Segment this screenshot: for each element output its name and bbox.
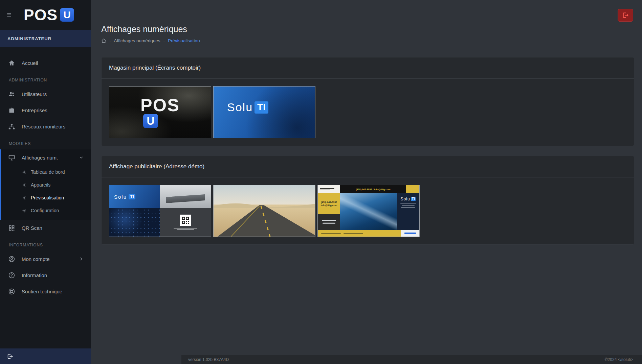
collage-soluti-panel: Solu TI [109,185,160,208]
ad-logo-block [318,185,340,193]
sidebar-item-label: Utilisateurs [22,91,47,97]
support-lifebuoy-icon [8,288,15,295]
caption-bar [177,229,194,230]
sidebar-item-label: Accueil [22,60,38,66]
sidebar-item-utilisateurs[interactable]: Utilisateurs [0,86,91,102]
ad-bottom-logo-block [401,230,419,237]
ad-phone-text: (418) 647-3952 [321,201,337,203]
breadcrumb-level-2[interactable]: Prévisualisation [168,38,200,43]
module-group-affichages: Affichages num. Tableau de bord Appar [0,149,91,220]
soluti-logo-text: Solu [227,101,253,114]
sidebar-logo-row: POS U [0,0,91,30]
submenu-item-previsualisation[interactable]: Prévisualisation [1,191,91,204]
section-header-modules: MODULES [0,135,91,149]
briefcase-icon [8,107,15,114]
ad-bottom-row [318,230,419,237]
section-header-administration: ADMINISTRATION [0,71,91,86]
logo-bar [320,188,334,189]
sidebar-item-mon-compte[interactable]: Mon compte [0,251,91,267]
ad-ocean-photo [340,193,397,230]
sidebar-item-qr-scan[interactable]: QR Scan [0,220,91,236]
ad-soluti-brand: Solu TI [401,197,416,201]
monitor-icon [8,154,15,161]
preview-thumb-ad-layout[interactable]: (418) 647-3952 / info@ltilg.com (418) 64… [317,185,420,237]
sidebar-item-label: Réseaux moniteurs [22,124,65,129]
ad-right-column: Solu TI [397,193,419,230]
gear-icon [22,183,26,187]
sidebar-item-soutien-technique[interactable]: Soutien technique [0,283,91,299]
sidebar-item-accueil[interactable]: Accueil [0,55,91,71]
ad-contact-text: (418) 647-3952 / info@ltilg.com [356,188,390,191]
road-photo-graphic [214,185,315,237]
breadcrumb-home-icon[interactable] [101,38,106,43]
card-title: Affichage publicitaire (Adresse démo) [102,156,634,177]
caption-bar [321,233,341,234]
preview-thumb-collage[interactable]: Solu TI [109,185,211,237]
submenu-item-configuration[interactable]: Configuration [1,204,91,217]
sidebar-item-affichages-num[interactable]: Affichages num. [1,149,91,166]
soluti-logo-ti: TI [254,101,268,114]
gear-icon [22,170,26,174]
sidebar-logout-icon[interactable] [7,353,13,360]
caption-bar [400,203,416,203]
breadcrumb-separator: - [163,38,165,43]
preview-thumb-soluti[interactable]: Solu TI [213,86,315,138]
ad-top-bar: (418) 647-3952 / info@ltilg.com [318,185,419,193]
home-icon [8,59,15,67]
sidebar: POS U ADMINISTRATEUR Accueil ADMINISTRAT… [0,0,91,364]
ad-bottom-yellow-bar [318,230,401,237]
qr-code-image [180,215,191,226]
preview-thumb-road[interactable] [213,185,315,237]
sidebar-item-information[interactable]: Information [0,267,91,283]
sidebar-footer [0,348,91,364]
submenu-item-tableau-de-bord[interactable]: Tableau de bord [1,166,91,178]
sidebar-item-label: Soutien technique [22,289,62,294]
logo-bar [404,233,416,234]
card-title: Magasin principal (Écrans comptoir) [102,57,634,79]
soluti-logo-text: Solu [114,194,127,200]
copyright-text: ©2024 </soluti> [605,357,633,362]
user-circle-icon [8,256,15,263]
card-body: Solu TI [102,177,634,244]
page-title: Affichages numériques [101,24,634,34]
breadcrumb: - Affichages numériques - Prévisualisati… [101,38,634,43]
version-text: version 1.02b B37A4D [188,357,229,362]
soluti-logo: Solu TI [227,101,268,114]
sidebar-nav: Accueil ADMINISTRATION Utilisateurs Entr… [0,47,91,299]
submenu-item-label: Appareils [31,182,50,188]
sidebar-item-reseaux-moniteurs[interactable]: Réseaux moniteurs [0,118,91,135]
caption-bar [323,222,335,222]
collage-qr-panel [160,208,211,237]
sidebar-item-entreprises[interactable]: Entreprises [0,102,91,118]
ad-contact-strip: (418) 647-3952 / info@ltilg.com [340,185,406,193]
ad-email-text: info@ltilg.com [321,204,337,207]
submenu-item-label: Configuration [31,208,59,213]
caption-bar [402,205,415,205]
logout-button[interactable] [618,9,633,22]
ad-phone-box: (418) 647-3952 info@ltilg.com [318,193,340,214]
section-header-informations: INFORMATIONS [0,236,91,251]
chevron-down-icon [79,155,84,160]
logout-icon [622,12,629,19]
main-area: Affichages numériques - Affichages numér… [91,0,642,364]
breadcrumb-level-1[interactable]: Affichages numériques [114,38,160,43]
caption-bar [401,207,415,208]
preview-thumb-posu[interactable]: POS U [109,86,211,138]
sidebar-item-label: Entreprises [22,107,47,113]
app-logo-pos: POS [24,7,58,23]
submenu-item-label: Tableau de bord [31,169,65,175]
caption-bar [323,223,335,224]
app-logo[interactable]: POS U [24,7,74,23]
ad-caption-box [318,214,340,230]
ad-middle-row: (418) 647-3952 info@ltilg.com [318,193,419,230]
collage-product-photo [160,185,211,208]
caption-bar [174,228,197,228]
menu-toggle-icon[interactable] [6,12,12,18]
ad-yellow-block [406,185,419,193]
qr-code-icon [8,224,15,232]
soluti-logo-text: Solu [401,197,410,201]
network-icon [8,123,15,130]
card-affichage-publicitaire: Affichage publicitaire (Adresse démo) So… [101,156,634,245]
submenu-item-appareils[interactable]: Appareils [1,178,91,191]
gear-icon [22,209,26,213]
